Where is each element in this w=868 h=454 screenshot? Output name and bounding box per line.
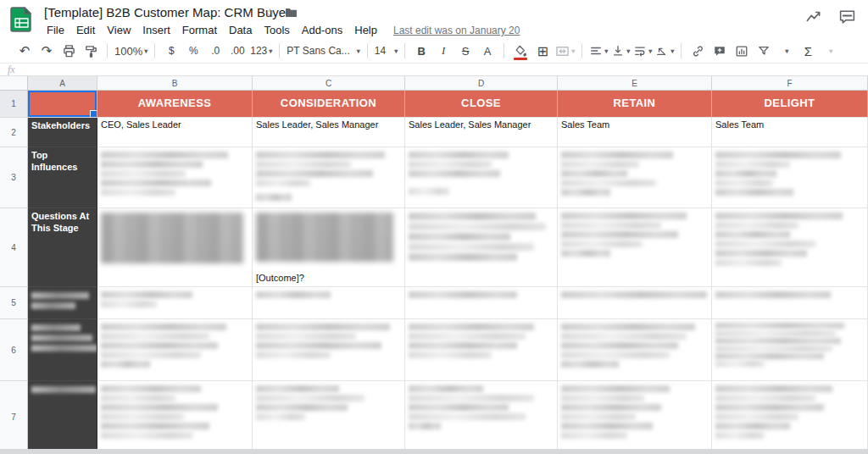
zoom-select[interactable]: 100%▾ — [114, 41, 147, 61]
format-currency-button[interactable]: $ — [162, 41, 181, 61]
horizontal-align-button[interactable]: ▾ — [589, 41, 608, 61]
menu-data[interactable]: Data — [223, 22, 258, 38]
cell-e5[interactable] — [558, 287, 712, 319]
cell-f7[interactable] — [712, 381, 868, 454]
text-wrap-button[interactable]: ▾ — [633, 41, 652, 61]
print-button[interactable] — [59, 41, 78, 61]
cell-a6[interactable] — [28, 319, 97, 381]
row-header-3[interactable]: 3 — [0, 147, 28, 208]
cell-e4[interactable] — [558, 208, 712, 287]
cell-b4[interactable] — [97, 208, 253, 287]
row-header-6[interactable]: 6 — [0, 319, 28, 381]
functions-caret[interactable]: ▾ — [821, 41, 839, 61]
filter-views-caret[interactable]: ▾ — [776, 41, 795, 61]
cell-a2[interactable]: Stakeholders — [28, 118, 97, 147]
insert-comment-button[interactable] — [710, 41, 729, 61]
more-formats-button[interactable]: 123▾ — [250, 41, 272, 61]
cell-d3[interactable] — [405, 147, 558, 208]
menu-insert[interactable]: Insert — [136, 22, 176, 38]
column-header-f[interactable]: F — [712, 76, 868, 91]
cell-f3[interactable] — [712, 147, 868, 208]
paint-format-button[interactable] — [81, 41, 100, 61]
menu-view[interactable]: View — [101, 22, 136, 38]
row-header-1[interactable]: 1 — [0, 91, 28, 118]
text-rotation-button[interactable]: ▾ — [655, 41, 674, 61]
cell-d4[interactable] — [405, 208, 558, 287]
column-header-a[interactable]: A — [28, 76, 97, 91]
cell-e2[interactable]: Sales Team — [558, 118, 712, 147]
explore-trend-icon[interactable] — [804, 8, 823, 25]
cell-c5[interactable] — [253, 287, 405, 319]
row-header-4[interactable]: 4 — [0, 208, 28, 287]
cell-e7[interactable] — [558, 381, 712, 454]
insert-link-button[interactable] — [688, 41, 707, 61]
formula-bar[interactable]: fx — [0, 64, 868, 76]
cell-c3[interactable] — [253, 147, 405, 208]
cell-e1[interactable]: RETAIN — [558, 91, 712, 118]
cell-c4[interactable]: [Outcome]? — [253, 208, 405, 287]
menu-file[interactable]: File — [41, 22, 70, 38]
cell-f1[interactable]: DELIGHT — [712, 91, 868, 118]
cell-b6[interactable] — [97, 319, 253, 381]
cell-b3[interactable] — [97, 147, 253, 208]
borders-button[interactable] — [533, 41, 552, 61]
row-header-7[interactable]: 7 — [0, 381, 28, 454]
cell-c6[interactable] — [253, 319, 405, 381]
vertical-align-button[interactable]: ▾ — [611, 41, 630, 61]
last-edit-link[interactable]: Last edit was on January 20 — [393, 22, 520, 38]
cell-a5[interactable] — [28, 287, 97, 319]
document-title[interactable]: [Template] B2B Customer Map: CRM Buyer — [44, 5, 290, 19]
menu-tools[interactable]: Tools — [258, 22, 295, 38]
undo-button[interactable] — [15, 41, 34, 61]
cell-e6[interactable] — [558, 319, 712, 381]
cell-b5[interactable] — [97, 287, 253, 319]
cell-e3[interactable] — [558, 147, 712, 208]
move-folder-icon[interactable] — [285, 8, 298, 18]
menu-edit[interactable]: Edit — [70, 22, 101, 38]
format-percent-button[interactable]: % — [184, 41, 203, 61]
cell-a7[interactable] — [28, 381, 97, 454]
cell-c1[interactable]: CONSIDERATION — [253, 91, 405, 118]
cell-d1[interactable]: CLOSE — [405, 91, 558, 118]
increase-decimal-button[interactable]: .00 — [228, 41, 247, 61]
menu-addons[interactable]: Add-ons — [296, 22, 348, 38]
decrease-decimal-button[interactable]: .0 — [206, 41, 225, 61]
merge-cells-button[interactable]: ▾ — [555, 41, 575, 61]
comment-history-icon[interactable] — [838, 8, 856, 25]
strikethrough-button[interactable]: S — [456, 41, 475, 61]
column-header-b[interactable]: B — [97, 76, 253, 91]
cell-a4[interactable]: Questions At This Stage — [28, 208, 97, 287]
cell-d7[interactable] — [405, 381, 558, 454]
cell-b7[interactable] — [97, 381, 253, 454]
cell-f6[interactable] — [712, 319, 868, 381]
row-header-5[interactable]: 5 — [0, 287, 28, 319]
cell-d2[interactable]: Sales Leader, Sales Manager — [405, 118, 558, 147]
cell-c2[interactable]: Sales Leader, Sales Manager — [253, 118, 405, 147]
menu-format[interactable]: Format — [176, 22, 223, 38]
redo-button[interactable] — [37, 41, 56, 61]
cell-c7[interactable] — [253, 381, 405, 454]
column-header-c[interactable]: C — [253, 76, 405, 91]
font-family-select[interactable]: PT Sans Ca...▾ — [287, 41, 360, 61]
insert-chart-button[interactable] — [732, 41, 751, 61]
text-color-button[interactable]: A — [478, 41, 497, 61]
bold-button[interactable]: B — [412, 41, 431, 61]
menu-help[interactable]: Help — [348, 22, 383, 38]
star-icon[interactable]: ☆ — [264, 6, 275, 19]
italic-button[interactable]: I — [434, 41, 453, 61]
sheets-logo-icon[interactable] — [10, 7, 33, 32]
fill-color-button[interactable] — [511, 41, 530, 61]
cell-f2[interactable]: Sales Team — [712, 118, 868, 147]
cell-d5[interactable] — [405, 287, 558, 319]
cell-b1[interactable]: AWARENESS — [97, 91, 253, 118]
cell-f4[interactable] — [712, 208, 868, 287]
cell-a1-selected[interactable] — [28, 91, 97, 118]
cell-a3[interactable]: Top Influences — [28, 147, 97, 208]
column-header-d[interactable]: D — [405, 76, 558, 91]
cell-f5[interactable] — [712, 287, 868, 319]
row-header-2[interactable]: 2 — [0, 118, 28, 147]
filter-button[interactable] — [754, 41, 773, 61]
column-header-e[interactable]: E — [558, 76, 712, 91]
font-size-select[interactable]: 14▾ — [375, 41, 398, 61]
cell-d6[interactable] — [405, 319, 558, 381]
